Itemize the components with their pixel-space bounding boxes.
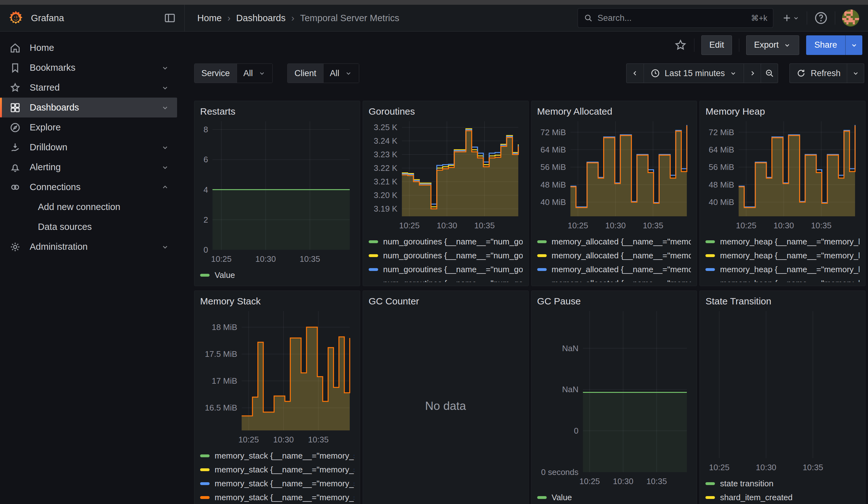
legend-item[interactable]: memory_heap {__name__="memory_h — [705, 248, 859, 263]
window-top-strip — [0, 0, 868, 5]
svg-text:10:30: 10:30 — [273, 435, 294, 444]
panel-title[interactable]: Goroutines — [369, 106, 523, 117]
chevron-down-icon — [161, 103, 169, 112]
svg-text:10:30: 10:30 — [255, 254, 276, 264]
sidebar-item-connections[interactable]: Connections — [0, 177, 177, 197]
panel-title[interactable]: State Transition — [705, 296, 859, 307]
share-menu-button[interactable] — [845, 35, 862, 55]
dashboard-controls: Service All Client All — [194, 63, 866, 83]
legend-swatch — [705, 482, 715, 485]
chart-memory-heap[interactable]: 10:2510:3010:3540 MiB48 MiB56 MiB64 MiB7… — [705, 118, 859, 232]
legend-item[interactable]: num_goroutines {__name__="num_go — [369, 276, 523, 282]
panel-title[interactable]: Memory Heap — [705, 106, 859, 117]
legend-item[interactable]: memory_stack {__name__="memory_s — [200, 491, 354, 504]
chevron-down-icon — [729, 69, 737, 78]
legend-swatch — [200, 274, 209, 277]
share-button[interactable]: Share — [806, 35, 845, 55]
legend-item[interactable]: memory_stack {__name__="memory_s — [200, 463, 354, 476]
legend-swatch — [537, 282, 547, 282]
legend-item[interactable]: memory_allocated {__name__="memo — [537, 248, 691, 263]
export-button[interactable]: Export — [746, 35, 799, 55]
sidebar-item-explore[interactable]: Explore — [0, 117, 177, 137]
sidebar-item-administration[interactable]: Administration — [0, 237, 177, 257]
legend-item[interactable]: memory_stack {__name__="memory_s — [200, 449, 354, 463]
sidebar-item-dashboards[interactable]: Dashboards — [0, 97, 177, 117]
help-button[interactable] — [814, 11, 828, 25]
clock-icon — [650, 68, 660, 78]
chart-state-transition[interactable]: 10:2510:3010:35 — [705, 308, 859, 474]
legend-item[interactable]: memory_allocated {__name__="memo — [537, 276, 691, 282]
sidebar-toggle-icon[interactable] — [164, 12, 176, 24]
time-shift-forward-button[interactable] — [744, 64, 761, 83]
service-value-dropdown[interactable]: All — [237, 64, 272, 83]
legend-label: memory_stack {__name__="memory_s — [215, 493, 354, 502]
svg-text:40 MiB: 40 MiB — [709, 197, 734, 207]
chart-restarts[interactable]: 10:2510:3010:3502468 — [200, 118, 354, 266]
chart-goroutines[interactable]: 10:2510:3010:353.19 K3.20 K3.21 K3.22 K3… — [369, 118, 523, 232]
legend-swatch — [200, 482, 209, 485]
legend-item[interactable]: memory_stack {__name__="memory_s — [200, 476, 354, 491]
legend-item[interactable]: shard_item_created — [705, 491, 859, 504]
gear-icon — [9, 241, 21, 253]
legend-label: memory_allocated {__name__="memo — [552, 278, 691, 282]
add-new-button[interactable] — [782, 13, 800, 23]
sidebar-item-alerting[interactable]: Alerting — [0, 157, 177, 177]
favorite-star-button[interactable] — [674, 39, 687, 52]
legend-label: memory_allocated {__name__="memo — [552, 251, 691, 260]
app-title: Grafana — [31, 13, 64, 23]
legend-item[interactable]: Value — [537, 491, 691, 504]
chart-gc-counter[interactable]: No data — [369, 308, 523, 504]
svg-text:64 MiB: 64 MiB — [540, 145, 566, 154]
legend-item[interactable]: memory_allocated {__name__="memo — [537, 263, 691, 276]
svg-text:2: 2 — [204, 215, 208, 225]
sidebar-item-home[interactable]: Home — [0, 38, 177, 58]
sidebar-item-add-new-connection[interactable]: Add new connection — [0, 197, 177, 217]
grafana-logo-icon[interactable] — [8, 10, 24, 26]
legend-item[interactable]: num_goroutines {__name__="num_go — [369, 263, 523, 276]
top-nav: Grafana Home › Dashboards › Temporal Ser… — [0, 5, 868, 32]
sidebar-item-data-sources[interactable]: Data sources — [0, 217, 177, 237]
chart-memory-stack[interactable]: 10:2510:3010:3516.5 MiB17 MiB17.5 MiB18 … — [200, 308, 354, 446]
chart-gc-pause[interactable]: 10:2510:3010:350 seconds0NaNNaN — [537, 308, 691, 488]
time-range-picker[interactable]: Last 15 minutes — [643, 64, 744, 83]
search-input[interactable]: ⌘+k — [578, 8, 773, 28]
dashboard-toolbar: Edit Export Share — [185, 32, 868, 59]
legend: memory_heap {__name__="memory_hmemory_he… — [705, 235, 859, 282]
edit-button[interactable]: Edit — [701, 35, 732, 55]
refresh-interval-button[interactable] — [847, 64, 864, 83]
search-field[interactable] — [598, 13, 746, 23]
chevron-up-icon — [161, 183, 169, 192]
sidebar-item-drilldown[interactable]: Drilldown — [0, 137, 177, 157]
legend-item[interactable]: state transition — [705, 476, 859, 491]
legend-item[interactable]: Value — [200, 268, 354, 282]
breadcrumb-dashboards[interactable]: Dashboards — [236, 13, 285, 23]
breadcrumb-home[interactable]: Home — [197, 13, 221, 23]
bell-icon — [9, 161, 21, 173]
panel-title[interactable]: Restarts — [200, 106, 354, 117]
legend-item[interactable]: memory_heap {__name__="memory_h — [705, 263, 859, 276]
panel-title[interactable]: GC Counter — [369, 296, 523, 307]
legend-item[interactable]: num_goroutines {__name__="num_go — [369, 248, 523, 263]
legend-swatch — [537, 268, 547, 271]
client-value-dropdown[interactable]: All — [323, 64, 359, 83]
legend-item[interactable]: num_goroutines {__name__="num_go — [369, 235, 523, 248]
legend-swatch — [200, 468, 209, 471]
chevron-down-icon — [161, 243, 169, 251]
chart-memory-allocated[interactable]: 10:2510:3010:3540 MiB48 MiB56 MiB64 MiB7… — [537, 118, 691, 232]
sidebar-item-bookmarks[interactable]: Bookmarks — [0, 58, 177, 78]
dashboards-grid-icon — [9, 102, 21, 114]
legend-item[interactable]: memory_heap {__name__="memory_h — [705, 235, 859, 248]
sidebar-item-starred[interactable]: Starred — [0, 78, 177, 97]
time-shift-back-button[interactable] — [627, 64, 643, 83]
legend-label: num_goroutines {__name__="num_go — [383, 237, 523, 247]
avatar[interactable] — [842, 10, 859, 27]
zoom-out-button[interactable] — [761, 64, 778, 83]
share-split-button: Share — [806, 35, 862, 55]
panel-title[interactable]: Memory Allocated — [537, 106, 691, 117]
refresh-button[interactable]: Refresh — [790, 64, 847, 83]
legend-item[interactable]: memory_heap {__name__="memory_h — [705, 276, 859, 282]
star-icon — [9, 82, 21, 94]
panel-title[interactable]: GC Pause — [537, 296, 691, 307]
panel-title[interactable]: Memory Stack — [200, 296, 354, 307]
legend-item[interactable]: memory_allocated {__name__="memo — [537, 235, 691, 248]
